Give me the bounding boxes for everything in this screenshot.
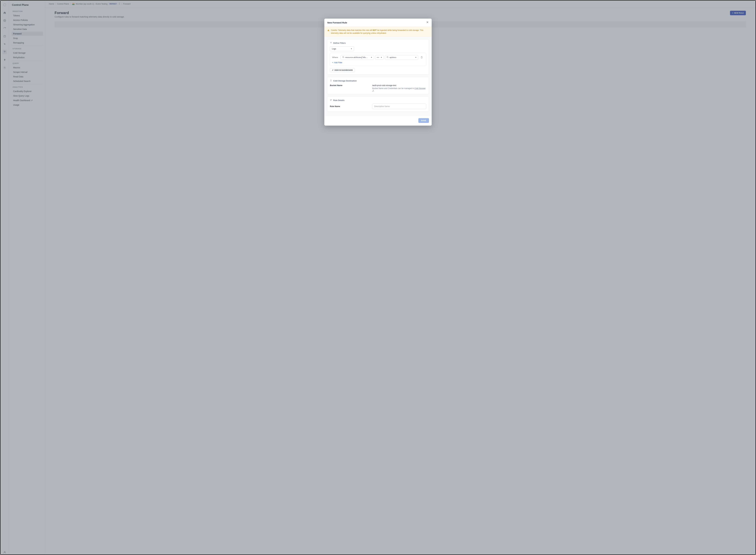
warning-text: Careful: Telemetry data that matches thi…	[331, 29, 429, 35]
delete-filter-button[interactable]	[419, 55, 424, 59]
svg-point-21	[331, 80, 331, 80]
caret-down-icon: ▼	[415, 56, 417, 58]
attribute-select[interactable]: resource.attributes["k8s..name... ▼	[341, 55, 374, 60]
caret-down-icon: ▼	[371, 56, 372, 58]
filter-icon	[330, 42, 332, 44]
arrow-upright-icon: ↗	[332, 69, 333, 71]
details-icon	[330, 99, 332, 101]
operator-select[interactable]: == ▼	[375, 55, 384, 59]
svg-point-17	[343, 56, 344, 57]
filter-clause-box: Where resource.attributes["k8s..name... …	[330, 53, 426, 66]
search-icon	[342, 56, 344, 59]
rule-name-label: Rule Name	[330, 105, 372, 108]
svg-line-18	[344, 57, 344, 58]
caret-down-icon: ▼	[351, 48, 352, 50]
details-header: Rule Details	[333, 99, 344, 101]
modal-overlay[interactable]: New Forward Rule Careful: Telemetry data…	[0, 0, 756, 555]
rule-details-card: Rule Details Rule Name	[327, 96, 429, 112]
bucket-hint: Bucket Name and Credentials can be manag…	[372, 87, 426, 92]
destination-header: Cold Storage Destination	[333, 80, 357, 82]
filter-row: Where resource.attributes["k8s..name... …	[332, 55, 424, 60]
svg-point-19	[387, 56, 388, 57]
close-icon[interactable]	[426, 21, 429, 24]
data-type-value: Logs	[332, 48, 336, 50]
cold-storage-card: Cold Storage Destination Bucket Name las…	[327, 77, 429, 94]
attribute-value: resource.attributes["k8s..name...	[345, 56, 368, 58]
new-forward-rule-modal: New Forward Rule Careful: Telemetry data…	[324, 18, 432, 126]
bucket-name-value: last9-prod-cold-storage-test	[372, 84, 426, 86]
add-filter-button[interactable]: + Add Filter	[332, 61, 342, 63]
where-label: Where	[332, 56, 339, 58]
value-select[interactable]: apidocs ▼	[385, 55, 418, 60]
data-type-select[interactable]: Logs ▼	[330, 46, 354, 51]
save-button[interactable]: SAVE	[418, 118, 429, 123]
modal-title: New Forward Rule	[327, 21, 347, 24]
define-filters-card: Define Filters Logs ▼ Where	[327, 39, 429, 75]
warning-banner: Careful: Telemetry data that matches thi…	[324, 27, 432, 37]
svg-line-20	[388, 57, 388, 58]
search-icon	[387, 56, 388, 59]
plus-icon: +	[332, 61, 333, 63]
filter-value: apidocs	[389, 56, 396, 58]
operator-value: ==	[377, 56, 379, 58]
bucket-name-label: Bucket Name	[330, 84, 372, 92]
warning-icon	[327, 29, 330, 32]
filters-header: Define Filters	[333, 42, 346, 44]
caret-down-icon: ▼	[381, 56, 382, 58]
rule-name-input[interactable]	[372, 104, 426, 109]
view-dashboard-label: VIEW IN DASHBOARD	[334, 69, 353, 71]
destination-icon	[330, 80, 332, 82]
add-filter-label: Add Filter	[334, 61, 342, 63]
view-in-dashboard-button[interactable]: ↗ VIEW IN DASHBOARD	[330, 68, 355, 72]
